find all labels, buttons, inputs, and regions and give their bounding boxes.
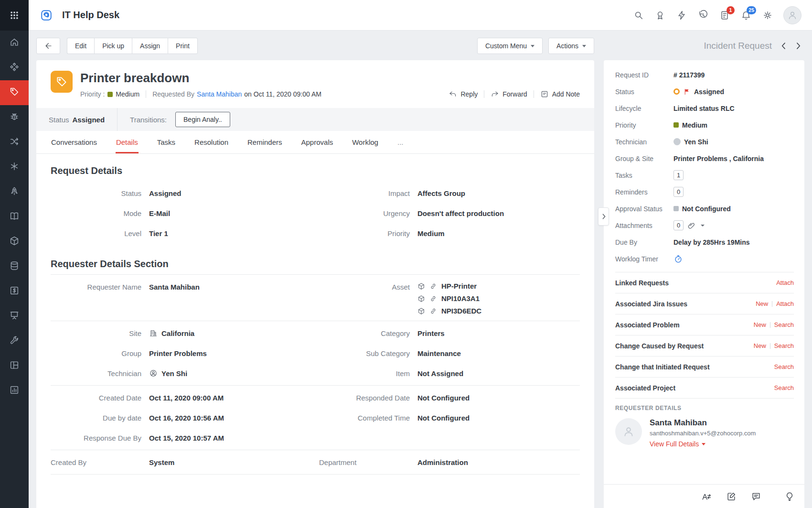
my-tasks-icon[interactable]: 1 [719,10,730,21]
priority-value: Medium [116,90,139,98]
asset-item[interactable]: HP-Printer [417,281,481,291]
request-details-fields: Status Assigned Impact Affects Group Mod… [36,181,594,247]
tab-worklog[interactable]: Worklog [352,131,379,153]
tab-tasks[interactable]: Tasks [157,131,176,153]
associated-jira-issues-section: Associated Jira Issues New Attach [615,293,794,314]
view-full-details-link[interactable]: View Full Details [650,440,756,448]
sidebar-item-releases[interactable] [0,180,29,205]
attachments-count[interactable]: 0 [673,220,684,230]
sidebar-item-admin[interactable] [0,329,29,354]
forward-button[interactable]: Forward [491,90,527,98]
sidebar-item-dashboard[interactable] [0,55,29,80]
tab-approvals[interactable]: Approvals [301,131,334,153]
sidebar-item-assets[interactable] [0,229,29,254]
chevron-down-icon[interactable] [701,225,705,227]
reminders-count[interactable]: 0 [673,187,684,197]
translate-icon[interactable] [701,491,712,502]
panel-field-request-id: Request ID # 2117399 [615,66,794,83]
asset-list: HP-Printer NPI10A3A1 [417,281,481,316]
paperclip-icon[interactable] [687,221,696,230]
tab-conversations[interactable]: Conversations [51,131,97,153]
compose-note-icon[interactable] [726,491,737,502]
tab-details[interactable]: Details [116,131,139,153]
history-icon[interactable] [697,10,709,21]
sidebar-item-projects[interactable] [0,155,29,180]
attach-link[interactable]: Attach [776,300,794,307]
search-link[interactable]: Search [774,384,794,391]
panel-association-sections: Linked Requests Attach Associated Jira I… [615,272,794,398]
requested-by-label: Requested By [152,90,194,98]
tab-more[interactable]: ... [397,131,404,153]
sidebar-item-solutions[interactable] [0,205,29,229]
search-link[interactable]: Search [774,342,794,349]
search-link[interactable]: Search [774,321,794,328]
sidebar-item-views[interactable] [0,354,29,378]
home-icon [9,37,20,49]
request-summary-panel: Request ID # 2117399 Status Assigned Lif… [604,60,804,508]
user-avatar[interactable] [783,6,801,24]
idea-bulb-icon[interactable] [784,491,795,502]
flash-icon[interactable] [676,10,687,21]
field-row: Status Assigned Impact Affects Group [51,183,580,203]
sidebar-item-changes[interactable] [0,130,29,155]
helpdesk-logo-icon [36,5,56,25]
award-icon[interactable] [654,10,666,21]
sidebar-item-purchase[interactable] [0,279,29,304]
asset-cube-icon [417,307,425,315]
asset-item[interactable]: NPI10A3A1 [417,293,481,303]
sidebar-item-presentation[interactable] [0,304,29,329]
requester-link[interactable]: Santa Mahiban [197,90,242,98]
new-link[interactable]: New [754,342,766,349]
assign-button[interactable]: Assign [132,38,168,54]
sidebar-item-cmdb[interactable] [0,254,29,279]
asterisk-icon [9,161,20,173]
reply-icon [449,90,457,98]
previous-request-icon[interactable] [778,40,790,52]
tab-reminders[interactable]: Reminders [247,131,283,153]
link-icon [429,307,437,315]
reply-button[interactable]: Reply [449,90,478,98]
associated-problem-section: Associated Problem New Search [615,314,794,335]
asset-item[interactable]: NPI3D6EDC [417,306,481,316]
print-button[interactable]: Print [168,38,198,54]
notification-count-badge: 25 [747,6,756,14]
flag-icon [683,88,691,96]
gear-icon[interactable] [762,10,773,21]
panel-field-status: Status Assigned [615,83,794,100]
technician-avatar [673,138,681,145]
sidebar-item-home[interactable] [0,31,29,55]
actions-button[interactable]: Actions [548,38,594,54]
chat-icon[interactable] [751,491,761,502]
search-link[interactable]: Search [774,363,794,370]
panel-field-reminders: Reminders 0 [615,184,794,200]
requester-name-asset-group: Requester Name Santa Mahiban Asset HP-Pr… [51,274,580,321]
next-request-icon[interactable] [792,40,804,52]
edit-button[interactable]: Edit [67,38,94,54]
worklog-timer-icon[interactable] [673,254,683,264]
priority-color-swatch [673,122,679,128]
sidebar-item-requests[interactable] [0,80,29,105]
custom-menu-button[interactable]: Custom Menu [477,38,543,54]
new-link[interactable]: New [756,300,768,307]
tab-resolution[interactable]: Resolution [194,131,229,153]
panel-collapse-handle[interactable] [598,207,609,226]
back-button[interactable] [36,38,60,54]
tasks-count[interactable]: 1 [673,170,684,180]
linked-requests-section: Linked Requests Attach [615,272,794,293]
requester-avatar [615,418,642,445]
notifications-bell-icon[interactable]: 25 [740,10,752,21]
sidebar [0,0,29,508]
panel-field-group-site: Group & Site Printer Problems , Californ… [615,150,794,167]
sidebar-item-reports[interactable] [0,378,29,403]
attach-link[interactable]: Attach [776,279,794,286]
add-note-button[interactable]: Add Note [540,90,580,98]
search-icon[interactable] [633,10,644,21]
begin-analysis-button[interactable]: Begin Analy.. [175,112,230,127]
task-count-badge: 1 [727,6,735,14]
new-link[interactable]: New [754,321,766,328]
pickup-button[interactable]: Pick up [94,38,132,54]
sidebar-item-problems[interactable] [0,105,29,130]
book-icon [9,211,20,223]
apps-grid-icon[interactable] [0,0,29,31]
field-row: Response Due By Oct 15, 2020 10:57 AM [51,428,580,448]
